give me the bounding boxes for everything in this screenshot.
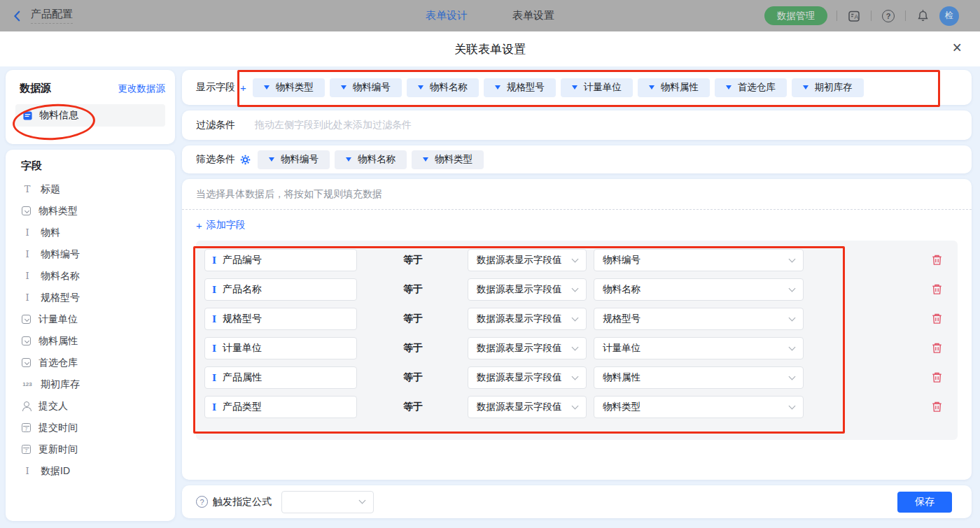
- source-type-select[interactable]: 数据源表显示字段值: [468, 278, 587, 301]
- date-icon: [22, 423, 31, 432]
- field-item[interactable]: 规格型号: [6, 287, 175, 308]
- back-icon[interactable]: [11, 10, 24, 22]
- source-type-select[interactable]: 数据源表显示字段值: [468, 396, 587, 418]
- chevron-down-icon: [789, 402, 796, 409]
- text-field-icon: [212, 373, 216, 383]
- source-type-value: 数据源表显示字段值: [477, 313, 562, 325]
- data-manage-button[interactable]: 数据管理: [764, 6, 827, 25]
- display-fields-label: 显示字段: [196, 81, 235, 94]
- field-item-label: 物料名称: [41, 270, 80, 283]
- chevron-down-icon: [789, 285, 796, 292]
- dropdown-triangle-icon: [341, 85, 346, 90]
- question-mark-icon: [882, 10, 895, 22]
- field-item[interactable]: 物料: [6, 222, 175, 243]
- target-field-box[interactable]: 产品属性: [204, 366, 357, 389]
- source-field-select[interactable]: 规格型号: [594, 308, 804, 330]
- text-field-icon: [212, 285, 216, 295]
- chip-label: 首选仓库: [738, 81, 776, 94]
- trash-icon[interactable]: [931, 254, 944, 266]
- filter-dropzone[interactable]: 拖动左侧字段到此处来添加过滤条件: [255, 119, 958, 131]
- manual-icon[interactable]: A: [846, 8, 862, 24]
- source-field-value: 物料类型: [603, 401, 640, 413]
- trash-icon[interactable]: [931, 283, 944, 296]
- chevron-down-icon: [572, 343, 579, 350]
- field-item[interactable]: 数据ID: [6, 460, 175, 482]
- screening-label: 筛选条件: [196, 153, 235, 166]
- display-field-chip[interactable]: 首选仓库: [715, 78, 787, 97]
- source-type-select[interactable]: 数据源表显示字段值: [468, 308, 587, 330]
- display-field-chip[interactable]: 物料属性: [638, 78, 710, 97]
- trash-icon[interactable]: [931, 371, 944, 384]
- add-field-button[interactable]: 添加字段: [196, 219, 246, 231]
- field-item[interactable]: 标题: [6, 178, 175, 200]
- field-item-label: 物料编号: [41, 248, 80, 261]
- screening-chip[interactable]: 物料名称: [335, 150, 407, 169]
- save-button[interactable]: 保存: [897, 492, 952, 513]
- select-icon: [22, 336, 31, 345]
- change-datasource-link[interactable]: 更改数据源: [118, 83, 166, 95]
- tab-form-design[interactable]: 表单设计: [426, 9, 468, 22]
- field-item[interactable]: 提交时间: [6, 417, 175, 438]
- field-item[interactable]: 物料名称: [6, 265, 175, 287]
- settings-gear-icon[interactable]: [240, 155, 251, 165]
- screening-chip[interactable]: 物料类型: [412, 150, 484, 169]
- source-type-value: 数据源表显示字段值: [477, 283, 562, 296]
- display-field-chip[interactable]: 物料编号: [330, 78, 402, 97]
- display-field-chip[interactable]: 物料类型: [253, 78, 325, 97]
- dropdown-triangle-icon: [495, 85, 500, 90]
- field-item-label: 计量单位: [38, 313, 78, 326]
- dropdown-triangle-icon: [264, 85, 270, 90]
- screening-chip[interactable]: 物料编号: [258, 150, 330, 169]
- help-icon[interactable]: [881, 8, 896, 24]
- source-field-select[interactable]: 物料编号: [594, 249, 804, 271]
- field-item[interactable]: 更新时间: [6, 438, 175, 460]
- field-item[interactable]: 首选仓库: [6, 352, 175, 373]
- target-field-box[interactable]: 产品名称: [204, 278, 357, 301]
- bell-icon[interactable]: [915, 8, 930, 24]
- source-type-select[interactable]: 数据源表显示字段值: [468, 337, 587, 359]
- field-item[interactable]: 物料编号: [6, 243, 175, 265]
- field-item-label: 物料属性: [38, 335, 78, 348]
- target-field-box[interactable]: 规格型号: [204, 308, 357, 330]
- trash-icon[interactable]: [931, 342, 944, 355]
- target-field-box[interactable]: 产品类型: [204, 396, 357, 418]
- display-field-chip[interactable]: 期初库存: [792, 78, 864, 97]
- form-doc-icon: [22, 110, 33, 121]
- field-item[interactable]: 期初库存: [6, 373, 175, 395]
- avatar[interactable]: 检: [939, 6, 959, 26]
- display-field-chip[interactable]: 物料名称: [407, 78, 479, 97]
- tab-form-settings[interactable]: 表单设置: [512, 9, 554, 22]
- dialog-title: 关联表单设置: [454, 41, 526, 57]
- target-field-box[interactable]: 计量单位: [204, 337, 357, 359]
- source-field-select[interactable]: 物料类型: [594, 396, 804, 418]
- source-type-select[interactable]: 数据源表显示字段值: [468, 366, 587, 389]
- target-field-box[interactable]: 产品编号: [204, 249, 357, 271]
- field-item-label: 数据ID: [41, 465, 70, 478]
- field-item[interactable]: 计量单位: [6, 308, 175, 330]
- source-type-value: 数据源表显示字段值: [477, 401, 562, 413]
- datasource-item[interactable]: 物料信息: [15, 104, 165, 127]
- select-icon: [22, 206, 31, 215]
- field-item[interactable]: 提交人: [6, 395, 175, 417]
- close-icon[interactable]: ×: [953, 40, 962, 56]
- source-type-select[interactable]: 数据源表显示字段值: [468, 249, 587, 271]
- chevron-down-icon: [789, 314, 796, 321]
- trash-icon[interactable]: [931, 401, 944, 413]
- source-field-select[interactable]: 计量单位: [594, 337, 804, 359]
- field-item-label: 提交时间: [38, 422, 78, 434]
- formula-help-icon[interactable]: [196, 496, 208, 508]
- dropdown-triangle-icon: [803, 85, 808, 90]
- source-field-select[interactable]: 物料属性: [594, 366, 804, 389]
- user-icon: [22, 401, 31, 411]
- display-field-chip[interactable]: 规格型号: [484, 78, 556, 97]
- formula-select[interactable]: [281, 491, 374, 513]
- source-field-select[interactable]: 物料名称: [594, 278, 804, 301]
- field-item[interactable]: 物料属性: [6, 330, 175, 352]
- trash-icon[interactable]: [931, 313, 944, 325]
- add-display-field-button[interactable]: [240, 82, 246, 94]
- dropdown-triangle-icon: [572, 85, 578, 90]
- display-field-chip[interactable]: 计量单位: [561, 78, 633, 97]
- field-item-label: 提交人: [38, 400, 68, 413]
- field-item[interactable]: 物料类型: [6, 200, 175, 222]
- target-field-name: 产品编号: [223, 254, 262, 266]
